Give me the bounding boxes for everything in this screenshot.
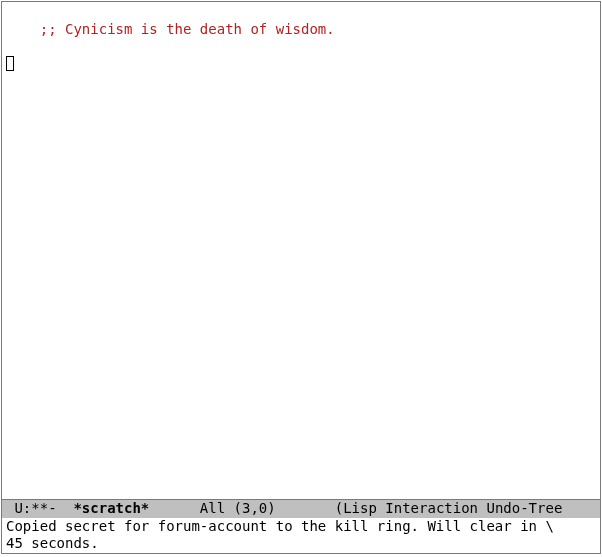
text-cursor bbox=[6, 56, 14, 71]
comment-line: ;; Cynicism is the death of wisdom. bbox=[40, 21, 335, 37]
emacs-frame: ;; Cynicism is the death of wisdom. U:**… bbox=[1, 1, 601, 554]
modeline-position: All (3,0) bbox=[149, 500, 275, 516]
modeline-buffer-name: *scratch* bbox=[73, 500, 149, 516]
modeline-status: U:**- bbox=[6, 500, 73, 516]
modeline-modes: (Lisp Interaction Undo-Tree bbox=[276, 500, 563, 516]
mode-line[interactable]: U:**- *scratch* All (3,0) (Lisp Interact… bbox=[2, 499, 600, 518]
echo-area: Copied secret for forum-account to the k… bbox=[2, 517, 600, 553]
blank-line bbox=[6, 38, 14, 54]
echo-message: Copied secret for forum-account to the k… bbox=[6, 518, 554, 551]
buffer-area[interactable]: ;; Cynicism is the death of wisdom. bbox=[6, 4, 598, 500]
